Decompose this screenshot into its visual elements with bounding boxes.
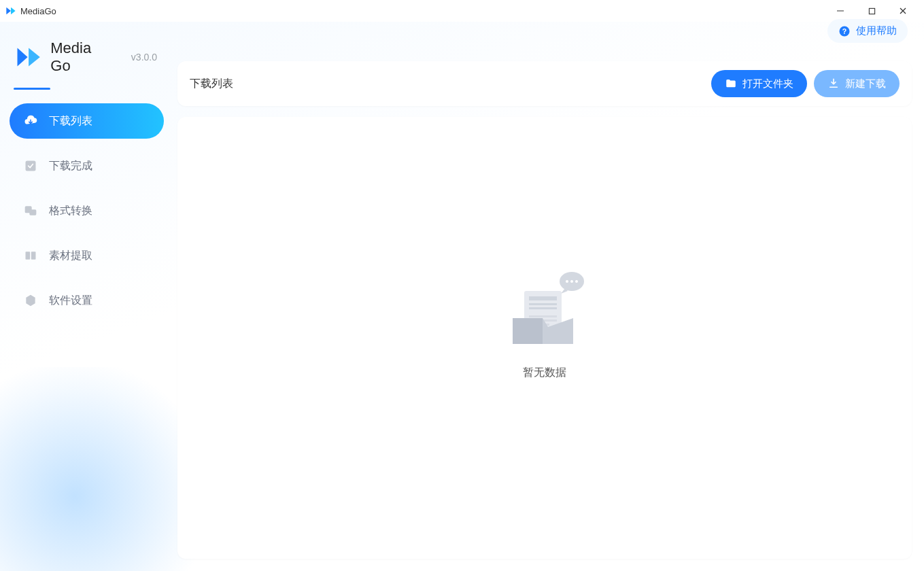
sidebar-item-download-complete[interactable]: 下载完成 [10,148,164,184]
svg-point-13 [570,280,573,283]
svg-rect-6 [31,252,36,260]
empty-text: 暂无数据 [523,366,566,380]
brand-underline [14,88,50,90]
maximize-icon [868,7,876,15]
app-logo-icon [5,5,16,16]
svg-rect-19 [529,315,557,317]
svg-rect-17 [529,303,557,305]
sidebar: Media Go v3.0.0 下载列表 下载完成 格式转换 [0,22,173,571]
svg-rect-1 [869,8,874,14]
sidebar-item-format-convert[interactable]: 格式转换 [10,193,164,228]
open-folder-button[interactable]: 打开文件夹 [711,70,807,97]
svg-rect-18 [529,307,557,309]
titlebar-app-name: MediaGo [20,6,56,16]
convert-icon [23,203,38,218]
button-label: 打开文件夹 [742,77,793,90]
sidebar-item-label: 下载列表 [49,114,92,128]
svg-rect-5 [26,252,31,260]
content-body: 暂无数据 [177,117,912,559]
close-icon [899,7,907,15]
extract-icon [23,248,38,263]
main-content: ? 使用帮助 下载列表 打开文件夹 新建下载 [173,22,924,571]
help-icon: ? [838,25,851,37]
content-header: 下载列表 打开文件夹 新建下载 [177,61,912,106]
page-title: 下载列表 [190,77,233,91]
minimize-icon [836,7,844,15]
brand-version: v3.0.0 [131,52,157,63]
svg-rect-4 [29,209,36,215]
svg-rect-0 [837,11,844,12]
titlebar-logo: MediaGo [5,5,56,16]
sidebar-item-settings[interactable]: 软件设置 [10,283,164,318]
svg-point-12 [566,280,568,283]
new-download-button[interactable]: 新建下载 [814,70,900,97]
svg-point-14 [575,280,578,283]
button-label: 新建下载 [845,77,886,90]
svg-point-8 [29,298,33,302]
help-label: 使用帮助 [856,24,897,37]
help-button[interactable]: ? 使用帮助 [827,19,908,43]
empty-state: 暂无数据 [500,269,589,380]
sidebar-item-label: 软件设置 [49,294,92,308]
check-square-icon [23,158,38,173]
cloud-download-icon [23,114,38,128]
svg-text:?: ? [842,27,846,35]
empty-inbox-icon [500,269,589,351]
sidebar-item-material-extract[interactable]: 素材提取 [10,238,164,273]
sidebar-item-label: 素材提取 [49,249,92,263]
titlebar: MediaGo [0,0,924,22]
brand: Media Go v3.0.0 [10,34,164,91]
settings-icon [23,293,38,308]
brand-logo-icon [16,44,41,71]
sidebar-nav: 下载列表 下载完成 格式转换 素材提取 [10,103,164,318]
brand-name: Media Go [50,39,109,75]
svg-rect-16 [529,296,557,300]
download-icon [827,77,840,90]
header-actions: 打开文件夹 新建下载 [711,70,900,97]
sidebar-item-label: 格式转换 [49,204,92,218]
sidebar-item-download-list[interactable]: 下载列表 [10,103,164,139]
folder-icon [725,77,737,90]
sidebar-item-label: 下载完成 [49,159,92,173]
